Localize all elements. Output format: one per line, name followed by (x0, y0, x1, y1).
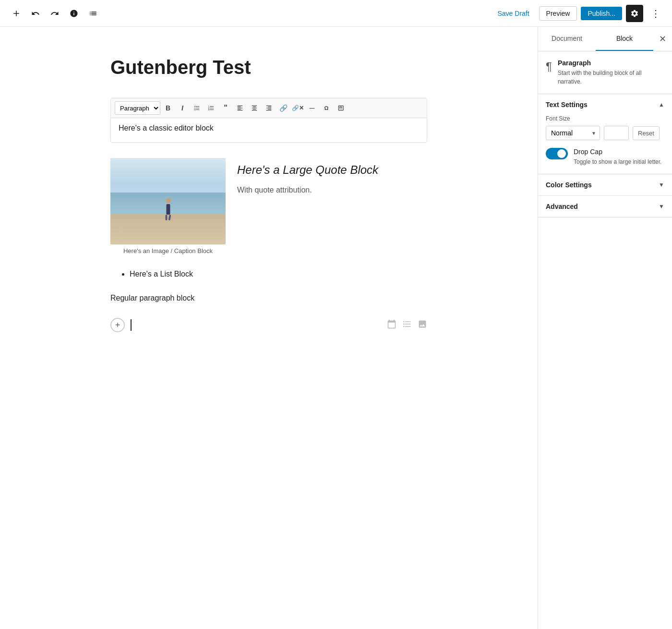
main-layout: Gutenberg Test Paragraph B I " (0, 27, 672, 629)
add-block-button[interactable] (8, 5, 25, 22)
text-settings-label: Text Settings (546, 101, 588, 109)
paragraph-icon: ¶ (546, 60, 552, 73)
font-size-select[interactable]: Normal Small Medium Large Extra Large (546, 126, 600, 140)
block-cursor (131, 319, 132, 331)
editor-area: Gutenberg Test Paragraph B I " (0, 27, 538, 629)
more-options-button[interactable]: ⋮ (647, 5, 664, 22)
beach-person-figure (166, 198, 171, 220)
block-type-hints (387, 319, 427, 331)
advanced-chevron-icon: ▼ (659, 203, 664, 210)
quote-text[interactable]: Here's a Large Quote Block (237, 162, 427, 178)
list-hint-icon[interactable] (402, 319, 412, 331)
font-size-select-wrapper: Normal Small Medium Large Extra Large ▼ (546, 126, 600, 140)
block-name-label: Paragraph (558, 59, 664, 67)
text-settings-section: Text Settings ▲ Font Size Normal Small M… (538, 94, 672, 174)
block-info: ¶ Paragraph Start with the building bloc… (538, 51, 672, 94)
tab-document[interactable]: Document (538, 27, 596, 51)
italic-button[interactable]: I (176, 101, 189, 115)
right-toolbar-tools: Save Draft Preview Publish... ⋮ (492, 5, 664, 22)
text-settings-chevron-icon: ▲ (659, 101, 664, 108)
font-size-reset-button[interactable]: Reset (633, 126, 660, 140)
empty-block-row: + (110, 318, 427, 332)
image-caption: Here's an Image / Caption Block (110, 247, 226, 254)
publish-button[interactable]: Publish... (581, 7, 622, 20)
top-toolbar: Save Draft Preview Publish... ⋮ (0, 0, 672, 27)
blockquote-button[interactable]: " (219, 101, 232, 115)
list-item-1: Here's a List Block (130, 270, 427, 278)
drop-cap-label: Drop Cap (574, 148, 661, 156)
redo-button[interactable] (46, 5, 63, 22)
editor-content: Gutenberg Test Paragraph B I " (101, 56, 437, 340)
font-size-row: Normal Small Medium Large Extra Large ▼ … (546, 126, 664, 140)
align-right-button[interactable] (262, 101, 276, 115)
insert-block-button[interactable]: + (110, 318, 125, 332)
align-left-button[interactable] (233, 101, 247, 115)
image-hint-icon[interactable] (418, 319, 427, 331)
unlink-button[interactable]: 🔗✕ (291, 101, 304, 115)
classic-toolbar: Paragraph B I " (111, 98, 427, 118)
text-settings-header[interactable]: Text Settings ▲ (538, 94, 672, 115)
sidebar-close-button[interactable]: ✕ (653, 31, 672, 47)
tab-block[interactable]: Block (596, 27, 653, 51)
beach-image (110, 158, 226, 244)
image-side: Here's an Image / Caption Block (110, 158, 226, 254)
table-button[interactable] (334, 101, 348, 115)
classic-editor-content[interactable]: Here's a classic editor block (111, 118, 427, 142)
list-block[interactable]: Here's a List Block (110, 270, 427, 278)
font-size-label: Font Size (546, 115, 664, 122)
advanced-header[interactable]: Advanced ▼ (538, 196, 672, 217)
sidebar: Document Block ✕ ¶ Paragraph Start with … (538, 27, 672, 629)
paragraph-style-select[interactable]: Paragraph (115, 101, 160, 115)
drop-cap-row: Drop Cap Toggle to show a large initial … (546, 148, 664, 166)
color-settings-label: Color Settings (546, 181, 592, 189)
left-toolbar-tools (8, 5, 488, 22)
sidebar-header: Document Block ✕ (538, 27, 672, 51)
undo-button[interactable] (27, 5, 44, 22)
settings-button[interactable] (626, 5, 643, 22)
ordered-list-button[interactable] (204, 101, 218, 115)
calendar-hint-icon[interactable] (387, 319, 396, 331)
font-size-custom-input[interactable] (604, 126, 629, 140)
drop-cap-text: Drop Cap Toggle to show a large initial … (574, 148, 661, 166)
advanced-section: Advanced ▼ (538, 196, 672, 218)
unordered-list-button[interactable] (190, 101, 204, 115)
quote-attribution[interactable]: With quote attribution. (237, 186, 427, 194)
media-text-block: Here's an Image / Caption Block Here's a… (110, 158, 427, 254)
color-settings-section: Color Settings ▼ (538, 174, 672, 196)
color-settings-header[interactable]: Color Settings ▼ (538, 174, 672, 195)
link-button[interactable]: 🔗 (276, 101, 290, 115)
color-settings-chevron-icon: ▼ (659, 181, 664, 188)
special-chars-button[interactable]: Ω (320, 101, 333, 115)
block-description: Start with the building block of all nar… (558, 69, 664, 86)
preview-button[interactable]: Preview (539, 6, 577, 21)
text-settings-content: Font Size Normal Small Medium Large Extr… (538, 115, 672, 174)
list-view-button[interactable] (84, 5, 102, 22)
drop-cap-description: Toggle to show a large initial letter. (574, 157, 661, 166)
bold-button[interactable]: B (161, 101, 175, 115)
classic-editor-block: Paragraph B I " (110, 98, 427, 143)
hr-button[interactable]: — (305, 101, 319, 115)
save-draft-button[interactable]: Save Draft (492, 7, 535, 20)
drop-cap-toggle[interactable] (546, 148, 568, 159)
advanced-label: Advanced (546, 203, 578, 210)
post-title[interactable]: Gutenberg Test (110, 56, 427, 79)
align-center-button[interactable] (248, 101, 261, 115)
paragraph-block[interactable]: Regular paragraph block (110, 294, 427, 302)
block-info-text: Paragraph Start with the building block … (558, 59, 664, 86)
quote-text-side: Here's a Large Quote Block With quote at… (237, 158, 427, 194)
drop-cap-slider (546, 148, 568, 159)
info-button[interactable] (65, 5, 83, 22)
